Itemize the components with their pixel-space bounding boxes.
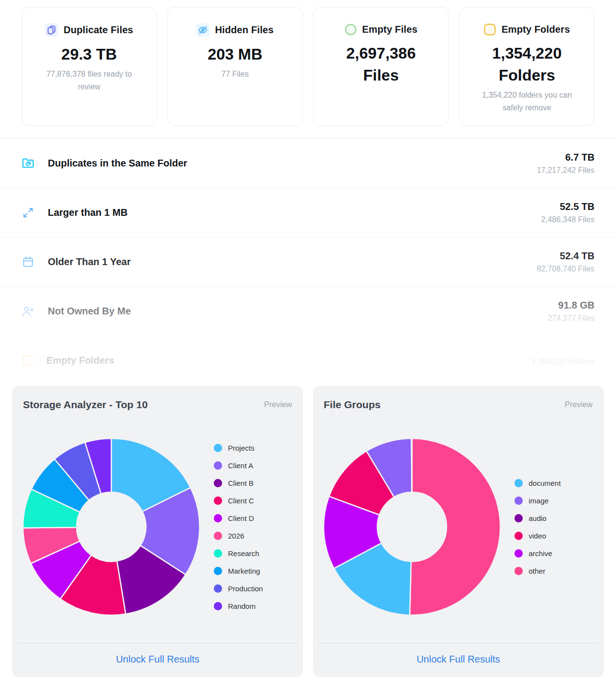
expand-arrows-icon xyxy=(21,206,35,219)
legend-label: Random xyxy=(228,602,256,610)
list-row-label: Larger than 1 MB xyxy=(48,207,127,218)
legend-label: archive xyxy=(529,549,552,558)
legend-swatch xyxy=(214,549,222,558)
card-subtitle: 1,354,220 folders you can safely remove xyxy=(474,89,579,114)
chart-title: Storage Analyzer - Top 10 xyxy=(23,399,148,411)
summary-cards: Duplicate Files 29.3 TB 77,876,378 files… xyxy=(0,0,616,126)
legend-item-projects: Projects xyxy=(214,442,263,453)
list-row-count: 274,377 Files xyxy=(548,314,595,323)
card-header: Empty Files xyxy=(345,23,417,36)
legend-item-client-b: Client B xyxy=(214,477,263,488)
list-row-count: 2,486,348 Files xyxy=(541,215,595,224)
list-row-label: Empty Folders xyxy=(46,355,114,366)
list-row-size: 91.8 GB xyxy=(558,300,595,311)
cleanup-dashboard: Duplicate Files 29.3 TB 77,876,378 files… xyxy=(0,0,616,677)
card-subtitle: 77 Files xyxy=(221,68,248,81)
card-subtitle: 77,876,378 files ready to review xyxy=(37,68,142,93)
chart-title: File Groups xyxy=(324,399,381,411)
legend-item-video: video xyxy=(514,530,561,541)
card-header: Empty Folders xyxy=(484,23,570,36)
unlock-full-results-link[interactable]: Unlock Full Results xyxy=(116,654,199,664)
card-value: 1,354,220 Folders xyxy=(482,42,572,86)
circle-outline-icon xyxy=(345,23,357,36)
list-row-larger-than-1mb[interactable]: Larger than 1 MB 52.5 TB 2,486,348 Files xyxy=(0,188,616,237)
list-row-count: 1,354,220 Folders xyxy=(532,357,595,366)
legend-label: document xyxy=(529,479,561,487)
legend-swatch xyxy=(214,602,222,610)
preview-charts: Storage Analyzer - Top 10 Preview Projec… xyxy=(0,386,616,677)
calendar-icon xyxy=(21,255,35,269)
summary-card-empty-folders[interactable]: Empty Folders 1,354,220 Folders 1,354,22… xyxy=(459,7,595,126)
legend-label: Production xyxy=(228,584,263,593)
legend-item-audio: audio xyxy=(514,513,561,523)
legend-item-2026: 2026 xyxy=(214,530,263,541)
storage-analyzer-donut-chart xyxy=(21,436,202,618)
legend-swatch xyxy=(214,532,222,540)
list-row-label: Older Than 1 Year xyxy=(48,256,131,268)
legend-label: video xyxy=(529,532,546,540)
card-title: Empty Files xyxy=(362,24,417,35)
legend-label: Client C xyxy=(228,497,254,505)
legend-label: audio xyxy=(529,514,547,522)
chart-legend: ProjectsClient AClient BClient CClient D… xyxy=(214,442,263,611)
summary-card-hidden-files[interactable]: Hidden Files 203 MB 77 Files xyxy=(167,7,303,126)
legend-label: Projects xyxy=(228,444,254,452)
legend-label: Client B xyxy=(228,479,254,487)
category-list: Duplicates in the Same Folder 6.7 TB 17,… xyxy=(0,138,616,385)
unlock-full-results-link[interactable]: Unlock Full Results xyxy=(416,654,500,664)
legend-swatch xyxy=(214,584,222,593)
legend-swatch xyxy=(514,532,523,540)
legend-swatch xyxy=(514,567,523,575)
list-row-size: 52.5 TB xyxy=(560,201,595,212)
list-row-label: Not Owned By Me xyxy=(48,306,131,317)
user-x-icon xyxy=(21,305,35,318)
summary-card-duplicate-files[interactable]: Duplicate Files 29.3 TB 77,876,378 files… xyxy=(21,7,157,126)
folder-duplicates-icon xyxy=(21,157,35,170)
legend-swatch xyxy=(214,444,222,452)
chart-card-file-groups: File Groups Preview documentimageaudiovi… xyxy=(313,386,604,677)
legend-swatch xyxy=(514,497,523,505)
legend-item-archive: archive xyxy=(514,548,561,559)
card-header: Hidden Files xyxy=(196,23,273,37)
preview-badge: Preview xyxy=(565,400,593,409)
card-title: Duplicate Files xyxy=(63,24,133,36)
legend-item-production: Production xyxy=(214,583,263,594)
legend-item-other: other xyxy=(514,565,561,576)
legend-label: Client D xyxy=(228,514,254,522)
legend-swatch xyxy=(214,567,222,575)
card-value: 29.3 TB xyxy=(62,43,117,65)
list-row-empty-folders[interactable]: Empty Folders 1,354,220 Folders xyxy=(0,336,616,385)
legend-item-client-a: Client A xyxy=(214,460,263,471)
legend-item-client-c: Client C xyxy=(214,495,263,506)
legend-swatch xyxy=(214,514,222,522)
list-row-size: 52.4 TB xyxy=(560,250,595,262)
list-row-size: 6.7 TB xyxy=(565,152,595,163)
legend-item-marketing: Marketing xyxy=(214,565,263,576)
donut-slice-other xyxy=(410,438,500,615)
card-title: Empty Folders xyxy=(501,24,570,35)
legend-label: other xyxy=(529,567,545,575)
card-value: 2,697,386 Files xyxy=(336,42,426,86)
list-row-label: Duplicates in the Same Folder xyxy=(48,158,187,169)
list-row-older-than-1-year[interactable]: Older Than 1 Year 52.4 TB 82,708,740 Fil… xyxy=(0,237,616,287)
preview-badge: Preview xyxy=(264,400,292,409)
summary-card-empty-files[interactable]: Empty Files 2,697,386 Files xyxy=(313,7,449,126)
list-row-count: 17,217,242 Files xyxy=(537,166,595,175)
legend-item-research: Research xyxy=(214,548,263,559)
legend-swatch xyxy=(214,479,222,487)
legend-item-client-d: Client D xyxy=(214,513,263,523)
list-row-count: 82,708,740 Files xyxy=(537,265,595,273)
list-row-not-owned-by-me[interactable]: Not Owned By Me 91.8 GB 274,377 Files xyxy=(0,287,616,336)
legend-label: Research xyxy=(228,549,259,558)
legend-item-image: image xyxy=(514,495,561,506)
legend-label: 2026 xyxy=(228,532,244,540)
legend-swatch xyxy=(214,497,222,505)
square-outline-icon xyxy=(21,354,33,366)
square-outline-icon xyxy=(484,23,496,36)
card-header: Duplicate Files xyxy=(45,23,133,37)
legend-label: image xyxy=(529,497,549,505)
legend-label: Marketing xyxy=(228,567,260,575)
list-row-duplicates-same-folder[interactable]: Duplicates in the Same Folder 6.7 TB 17,… xyxy=(0,139,616,188)
donut-slice-audio xyxy=(411,438,412,492)
legend-swatch xyxy=(514,514,523,522)
